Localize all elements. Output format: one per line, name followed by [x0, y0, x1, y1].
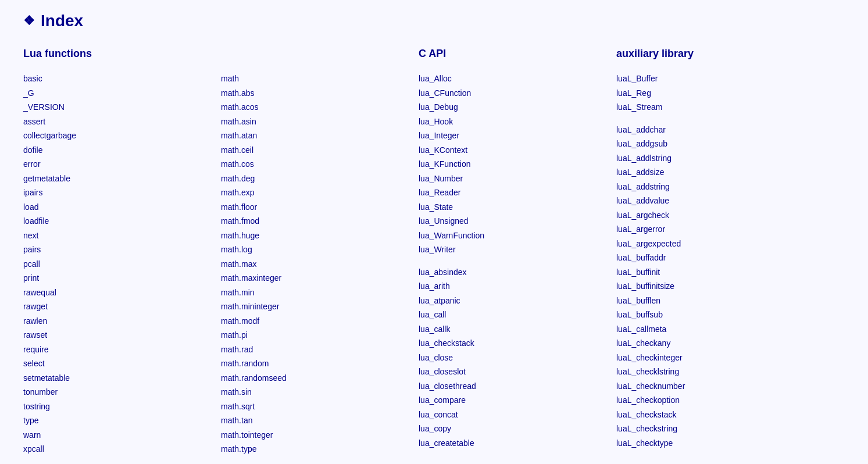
list-item[interactable]: math.modf	[221, 314, 407, 329]
list-item[interactable]: luaL_addlstring	[616, 151, 802, 166]
list-item[interactable]: luaL_addchar	[616, 123, 802, 137]
list-item[interactable]: luaL_addsize	[616, 165, 802, 180]
list-item[interactable]: math.randomseed	[221, 371, 407, 386]
list-item[interactable]: luaL_checkstack	[616, 408, 802, 422]
list-item[interactable]: lua_State	[419, 200, 605, 215]
list-item[interactable]: math.sin	[221, 385, 407, 399]
list-item[interactable]: lua_compare	[419, 393, 605, 408]
list-item[interactable]: math.log	[221, 242, 407, 257]
list-item[interactable]: luaL_checkinteger	[616, 351, 802, 365]
list-item[interactable]: luaL_buffinit	[616, 265, 802, 280]
list-item[interactable]: math	[221, 72, 407, 86]
list-item[interactable]: basic	[23, 72, 209, 86]
list-item[interactable]: math.sqrt	[221, 399, 407, 414]
list-item[interactable]: math.huge	[221, 229, 407, 243]
list-item[interactable]: luaL_buffinitsize	[616, 279, 802, 294]
list-item[interactable]: dofile	[23, 143, 209, 158]
list-item[interactable]: lua_Alloc	[419, 72, 605, 86]
list-item[interactable]: lua_createtable	[419, 436, 605, 451]
list-item[interactable]: luaL_addstring	[616, 180, 802, 194]
list-item[interactable]: math.tan	[221, 413, 407, 428]
list-item[interactable]: math.type	[221, 442, 407, 456]
list-item[interactable]: tonumber	[23, 385, 209, 399]
list-item[interactable]: math.exp	[221, 185, 407, 200]
list-item[interactable]: assert	[23, 115, 209, 129]
list-item[interactable]: rawlen	[23, 314, 209, 329]
list-item[interactable]: math.fmod	[221, 214, 407, 229]
list-item[interactable]: lua_Writer	[419, 242, 605, 257]
list-item[interactable]: lua_copy	[419, 422, 605, 436]
list-item[interactable]: lua_atpanic	[419, 294, 605, 308]
list-item[interactable]: math.cos	[221, 157, 407, 172]
list-item[interactable]: math.random	[221, 356, 407, 371]
list-item[interactable]: _VERSION	[23, 100, 209, 115]
list-item[interactable]: lua_Integer	[419, 129, 605, 143]
list-item[interactable]: pcall	[23, 257, 209, 272]
list-item[interactable]: lua_WarnFunction	[419, 229, 605, 243]
list-item[interactable]: math.maxinteger	[221, 271, 407, 285]
list-item[interactable]: luaL_checknumber	[616, 379, 802, 394]
list-item[interactable]: getmetatable	[23, 172, 209, 186]
list-item[interactable]: lua_KContext	[419, 143, 605, 158]
list-item[interactable]: warn	[23, 428, 209, 442]
list-item[interactable]: math.floor	[221, 200, 407, 215]
list-item[interactable]: math.acos	[221, 100, 407, 115]
list-item[interactable]: math.mininteger	[221, 299, 407, 314]
list-item[interactable]: _G	[23, 86, 209, 101]
list-item[interactable]: error	[23, 157, 209, 172]
list-item[interactable]: lua_Number	[419, 172, 605, 186]
list-item[interactable]: luaL_argcheck	[616, 208, 802, 223]
list-item[interactable]: luaL_argerror	[616, 222, 802, 237]
list-item[interactable]: luaL_buffaddr	[616, 251, 802, 265]
list-item[interactable]: luaL_bufflen	[616, 294, 802, 308]
list-item[interactable]: luaL_addvalue	[616, 194, 802, 208]
list-item[interactable]: lua_KFunction	[419, 157, 605, 172]
list-item[interactable]: math.asin	[221, 115, 407, 129]
list-item[interactable]: math.abs	[221, 86, 407, 101]
list-item[interactable]: luaL_checkstring	[616, 422, 802, 436]
list-item[interactable]: lua_closethread	[419, 379, 605, 394]
list-item[interactable]: luaL_checkany	[616, 336, 802, 351]
list-item[interactable]: lua_arith	[419, 279, 605, 294]
list-item[interactable]: lua_close	[419, 351, 605, 365]
list-item[interactable]: setmetatable	[23, 371, 209, 386]
list-item[interactable]: luaL_Stream	[616, 100, 802, 115]
list-item[interactable]: luaL_buffsub	[616, 308, 802, 322]
list-item[interactable]: lua_concat	[419, 408, 605, 422]
list-item[interactable]: lua_callk	[419, 322, 605, 337]
list-item[interactable]: rawget	[23, 299, 209, 314]
list-item[interactable]: type	[23, 413, 209, 428]
list-item[interactable]: load	[23, 200, 209, 215]
list-item[interactable]: lua_call	[419, 308, 605, 322]
list-item[interactable]: luaL_checkoption	[616, 393, 802, 408]
list-item[interactable]: tostring	[23, 399, 209, 414]
list-item[interactable]: luaL_Reg	[616, 86, 802, 101]
list-item[interactable]: luaL_argexpected	[616, 237, 802, 251]
list-item[interactable]: lua_closeslot	[419, 365, 605, 379]
list-item[interactable]: math.rad	[221, 342, 407, 357]
list-item[interactable]: math.pi	[221, 328, 407, 342]
list-item[interactable]: luaL_addgsub	[616, 137, 802, 151]
list-item[interactable]: math.atan	[221, 129, 407, 143]
list-item[interactable]: next	[23, 229, 209, 243]
list-item[interactable]: math.min	[221, 285, 407, 300]
list-item[interactable]: pairs	[23, 242, 209, 257]
list-item[interactable]: lua_checkstack	[419, 336, 605, 351]
list-item[interactable]: lua_Reader	[419, 185, 605, 200]
list-item[interactable]: lua_Unsigned	[419, 214, 605, 229]
list-item[interactable]: print	[23, 271, 209, 285]
list-item[interactable]: lua_Hook	[419, 115, 605, 129]
list-item[interactable]: lua_Debug	[419, 100, 605, 115]
list-item[interactable]: luaL_callmeta	[616, 322, 802, 337]
list-item[interactable]: math.ceil	[221, 143, 407, 158]
list-item[interactable]: rawequal	[23, 285, 209, 300]
list-item[interactable]: loadfile	[23, 214, 209, 229]
list-item[interactable]: math.max	[221, 257, 407, 272]
list-item[interactable]: select	[23, 356, 209, 371]
list-item[interactable]: math.deg	[221, 172, 407, 186]
list-item[interactable]: luaL_checktype	[616, 436, 802, 451]
list-item[interactable]: lua_absindex	[419, 265, 605, 280]
list-item[interactable]: xpcall	[23, 442, 209, 456]
list-item[interactable]: luaL_Buffer	[616, 72, 802, 86]
list-item[interactable]: collectgarbage	[23, 129, 209, 143]
